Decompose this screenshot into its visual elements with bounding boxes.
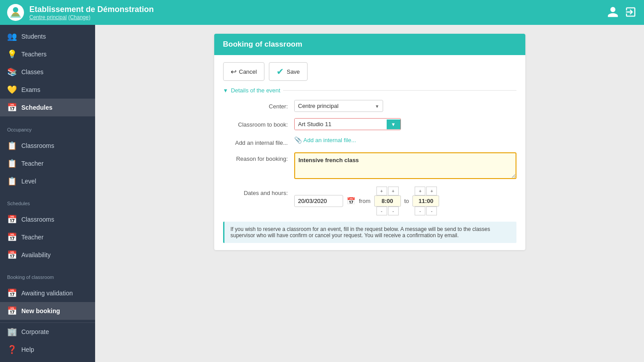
- sidebar-label-new-booking: New booking: [21, 307, 60, 314]
- reason-control: Intensive french class: [294, 152, 516, 180]
- sidebar-label-classes: Classes: [21, 68, 44, 76]
- time-from-minus-row: - -: [376, 207, 399, 215]
- date-input[interactable]: [294, 195, 343, 207]
- form-card-body: ↩ Cancel ✔ Save ▼ Details of the event: [214, 55, 525, 250]
- file-control: 📎 Add an internal file...: [294, 136, 516, 143]
- classroom-select[interactable]: Art Studio 11: [295, 119, 387, 130]
- availability-sch-icon: 📅: [7, 250, 17, 260]
- save-button[interactable]: ✔ Save: [269, 62, 308, 81]
- header-right: [607, 6, 637, 20]
- sidebar-item-new-booking[interactable]: 📅 New booking: [0, 302, 95, 320]
- center-select[interactable]: Centre principal: [294, 100, 383, 112]
- schedules-section-label: Schedules: [0, 196, 95, 208]
- center-control: Centre principal: [294, 100, 516, 112]
- time-from-display: 8:00: [374, 195, 401, 207]
- toolbar: ↩ Cancel ✔ Save: [223, 62, 516, 81]
- svg-point-0: [13, 7, 18, 12]
- app-logo: [7, 4, 24, 21]
- form-title: Booking of classroom: [223, 40, 303, 48]
- sidebar-label-classrooms-sch: Classrooms: [21, 216, 54, 223]
- classes-icon: 📚: [7, 67, 17, 77]
- sidebar-item-availability-sch[interactable]: 📅 Availability: [0, 246, 95, 264]
- sidebar-item-help[interactable]: ❓ Help: [0, 341, 95, 358]
- sidebar-item-corporate[interactable]: 🏢 Corporate: [0, 323, 95, 341]
- calendar-icon[interactable]: 📅: [347, 197, 356, 205]
- time-to-plus-row: + +: [415, 187, 437, 195]
- dates-control: 📅 from + + 8:00 -: [294, 187, 516, 215]
- occupancy-section-label: Occupancy: [0, 123, 95, 134]
- sidebar-label-teacher-occ: Teacher: [21, 160, 44, 167]
- sidebar-label-teacher-sch: Teacher: [21, 234, 44, 241]
- sidebar: 👥 Students 💡 Teachers 📚 Classes 💛 Exams …: [0, 25, 95, 362]
- sidebar-item-schedules[interactable]: 📅 Schedules: [0, 99, 95, 116]
- save-label: Save: [287, 68, 300, 75]
- reason-label: Reason for booking:: [223, 152, 294, 162]
- form-card-header: Booking of classroom: [214, 34, 525, 55]
- header-left: Etablissement de Démonstration Centre pr…: [7, 4, 154, 21]
- classroom-dropdown-btn[interactable]: ▼: [387, 119, 400, 129]
- sidebar-item-support[interactable]: 💬 Support: [0, 358, 95, 362]
- time-to-hour-minus[interactable]: -: [415, 207, 425, 215]
- chevron-down-icon: ▼: [223, 88, 228, 94]
- cancel-label: Cancel: [239, 68, 257, 75]
- info-text: If you wish to reserve a classroom for a…: [231, 226, 490, 239]
- time-to-min-minus[interactable]: -: [426, 207, 437, 215]
- sidebar-item-level-occ[interactable]: 📋 Level: [0, 172, 95, 190]
- cancel-button[interactable]: ↩ Cancel: [223, 62, 264, 81]
- classroom-control: Art Studio 11 ▼: [294, 118, 516, 130]
- sidebar-label-classrooms-occ: Classrooms: [21, 142, 54, 149]
- sidebar-item-students[interactable]: 👥 Students: [0, 28, 95, 45]
- sidebar-item-classrooms-sch[interactable]: 📅 Classrooms: [0, 211, 95, 228]
- sidebar-item-awaiting[interactable]: 📅 Awaiting validation: [0, 284, 95, 302]
- sidebar-label-exams: Exams: [21, 86, 40, 93]
- awaiting-icon: 📅: [7, 288, 17, 298]
- save-check-icon: ✔: [276, 66, 284, 77]
- school-name: Etablissement de Démonstration: [29, 5, 154, 14]
- time-from-min-minus[interactable]: -: [388, 207, 399, 215]
- sidebar-label-level-occ: Level: [21, 178, 36, 185]
- file-upload-link[interactable]: 📎 Add an internal file...: [294, 136, 516, 143]
- section-toggle[interactable]: ▼ Details of the event: [223, 87, 516, 94]
- logout-icon[interactable]: [624, 6, 637, 20]
- layout: 👥 Students 💡 Teachers 📚 Classes 💛 Exams …: [0, 25, 644, 362]
- sidebar-booking: 📅 Awaiting validation 📅 New booking: [0, 282, 95, 322]
- corporate-icon: 🏢: [7, 327, 17, 337]
- new-booking-icon: 📅: [7, 306, 17, 316]
- to-label: to: [404, 198, 409, 204]
- teachers-icon: 💡: [7, 49, 17, 59]
- sidebar-item-classes[interactable]: 📚 Classes: [0, 63, 95, 81]
- sidebar-item-teacher-occ[interactable]: 📋 Teacher: [0, 155, 95, 172]
- time-to-hour-plus[interactable]: +: [415, 187, 425, 195]
- booking-section-label: Booking of classroom: [0, 270, 95, 282]
- sidebar-main-nav: 👥 Students 💡 Teachers 📚 Classes 💛 Exams …: [0, 25, 95, 119]
- sidebar-item-exams[interactable]: 💛 Exams: [0, 81, 95, 99]
- sidebar-label-corporate: Corporate: [21, 328, 49, 335]
- sidebar-item-teachers[interactable]: 💡 Teachers: [0, 45, 95, 63]
- classroom-label: Classroom to book:: [223, 118, 294, 128]
- file-row: Add an internal file... 📎 Add an interna…: [223, 136, 516, 146]
- from-label: from: [359, 198, 371, 204]
- time-from-min-plus[interactable]: +: [388, 187, 399, 195]
- time-to-minus-row: - -: [415, 207, 437, 215]
- sidebar-label-schedules: Schedules: [21, 104, 52, 111]
- classrooms-occ-icon: 📋: [7, 141, 17, 151]
- sidebar-label-availability-sch: Availability: [21, 251, 51, 259]
- header-title: Etablissement de Démonstration Centre pr…: [29, 5, 154, 20]
- sidebar-item-classrooms-occ[interactable]: 📋 Classrooms: [0, 137, 95, 155]
- time-from-hour-plus[interactable]: +: [376, 187, 387, 195]
- teacher-sch-icon: 📅: [7, 232, 17, 242]
- classroom-select-wrap: Art Studio 11 ▼: [294, 118, 401, 130]
- section-label: Details of the event: [231, 87, 280, 94]
- time-from-hour-minus[interactable]: -: [376, 207, 387, 215]
- date-time-row: 📅 from + + 8:00 -: [294, 187, 516, 215]
- reason-textarea[interactable]: Intensive french class: [294, 152, 516, 179]
- time-to-min-plus[interactable]: +: [426, 187, 437, 195]
- sidebar-item-teacher-sch[interactable]: 📅 Teacher: [0, 228, 95, 246]
- sidebar-label-teachers: Teachers: [21, 51, 47, 58]
- sidebar-label-help: Help: [21, 346, 34, 353]
- time-to-group: + + 11:00 - -: [412, 187, 439, 215]
- exams-icon: 💛: [7, 85, 17, 95]
- user-icon[interactable]: [607, 6, 619, 20]
- sidebar-label-students: Students: [21, 33, 46, 40]
- classrooms-sch-icon: 📅: [7, 215, 17, 224]
